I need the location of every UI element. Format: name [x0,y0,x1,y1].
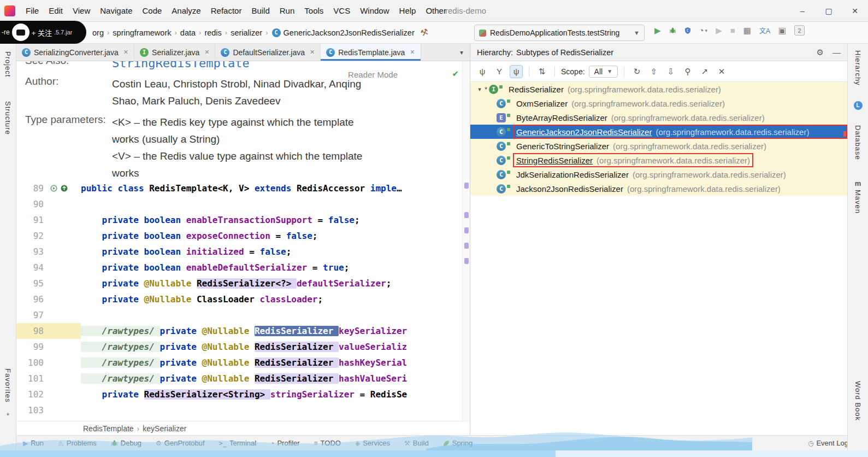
line-number[interactable]: 99 [16,339,44,355]
translate-icon[interactable]: 文A [759,26,770,35]
scope-select[interactable]: All▼ [589,66,618,78]
run-configuration-select[interactable]: RedisDemoApplicationTests.testString ▼ [474,25,645,41]
menu-item-vcs[interactable]: VCS [328,6,355,15]
line-number[interactable]: 102 [16,386,44,402]
line-number[interactable]: 91 [16,212,44,228]
line-number[interactable]: 92 [16,228,44,244]
refresh-icon[interactable]: ↻ [630,65,643,78]
hierarchy-node-jdkserializationredisserializer[interactable]: CJdkSerializationRedisSerializer(org.spr… [470,167,847,181]
menu-item-navigate[interactable]: Navigate [95,6,137,15]
tool-stripe-favorites[interactable]: Favorites [4,368,12,402]
menu-item-code[interactable]: Code [137,6,167,15]
statusbar-item-profiler[interactable]: ◔Profiler [270,439,299,447]
tool-stripe-structure[interactable]: Structure [4,101,12,135]
tab-serializer-java[interactable]: ISerializer.java✕ [134,44,215,61]
line-number[interactable]: 96 [16,291,44,307]
class-hierarchy-icon[interactable]: ψ [476,65,489,78]
line-number[interactable]: 97 [16,307,44,323]
close-tab-icon[interactable]: ✕ [410,49,415,56]
editor-breadcrumb-redistemplate[interactable]: RedisTemplate [83,424,134,433]
menu-item-help[interactable]: Help [394,6,421,15]
stop-icon[interactable]: ■ [730,26,735,35]
line-number[interactable]: 95 [16,276,44,291]
close-tab-icon[interactable]: ✕ [123,49,128,56]
hierarchy-node-jackson2jsonredisserializer[interactable]: CJackson2JsonRedisSerializer(org.springf… [470,181,847,196]
expand-chevron-icon[interactable]: ▾ [475,86,485,93]
coverage-icon[interactable]: C [684,27,691,34]
video-progress-bar[interactable] [0,450,868,457]
statusbar-item-services[interactable]: ◈Services [355,439,390,447]
editor[interactable]: See Also: StringRedisTemplate Author: Co… [16,61,462,421]
close-tab-icon[interactable]: ✕ [310,49,315,56]
hierarchy-node-oxmserializer[interactable]: COxmSerializer(org.springframework.data.… [470,96,847,110]
line-number[interactable]: 103 [16,402,44,418]
tab-list-chevron-icon[interactable]: ▾ [453,44,470,61]
statusbar-item-run[interactable]: ▶Run [23,439,44,447]
plugin-icon[interactable]: ▣ [778,26,786,36]
see-also-link[interactable]: StringRedisTemplate [112,61,369,72]
build-hammer-icon[interactable]: ⚒ [419,26,430,39]
statusbar-item-spring[interactable]: Spring [443,439,473,447]
close-tab-icon[interactable]: ✕ [204,49,209,56]
statusbar-item-build[interactable]: ⚒Build [404,439,429,447]
hierarchy-node-stringredisserializer[interactable]: CStringRedisSerializer(org.springframewo… [470,153,847,167]
breadcrumb-item-data[interactable]: data [180,28,196,37]
debug-icon[interactable] [669,27,676,34]
run-icon[interactable]: ▶ [654,26,661,36]
tool-stripe-maven[interactable]: Maven [854,190,862,214]
tool-stripe-project[interactable]: Project [4,51,12,77]
close-icon[interactable]: ✕ [715,65,728,78]
line-number[interactable]: 93 [16,244,44,260]
follow-button[interactable]: + 关注 [32,27,52,38]
menu-item-edit[interactable]: Edit [44,6,68,15]
editor-breadcrumb-keyserializer[interactable]: keySerializer [143,424,186,433]
breadcrumb-item-serializer[interactable]: serializer [231,28,262,37]
hierarchy-node-redisserializer[interactable]: ▾*IRedisSerializer(org.springframework.d… [470,82,847,96]
export-icon[interactable]: ↗ [698,65,711,78]
menu-item-analyze[interactable]: Analyze [167,6,205,15]
menu-item-window[interactable]: Window [355,6,394,15]
hierarchy-node-genericjackson2jsonredisserializer[interactable]: CGenericJackson2JsonRedisSerializer(org.… [470,125,847,139]
hierarchy-node-generictostringserializer[interactable]: CGenericToStringSerializer(org.springfra… [470,139,847,153]
gutter-impl-icon[interactable] [61,185,68,192]
menu-item-tools[interactable]: Tools [299,6,328,15]
line-number[interactable]: 90 [16,196,44,212]
statusbar-item-todo[interactable]: ≡TODO [314,439,341,447]
menu-item-refactor[interactable]: Refactor [206,6,247,15]
gear-icon[interactable]: ⚙ [817,48,824,57]
statusbar-item-terminal[interactable]: >_Terminal [219,439,257,447]
line-number[interactable]: 101 [16,371,44,386]
minimize-button[interactable]: – [789,0,816,21]
line-number[interactable]: 98 [16,323,44,339]
tab-serializingconverter-java[interactable]: CSerializingConverter.java✕ [16,44,134,61]
close-button[interactable]: ✕ [842,0,868,21]
statusbar-item-debug[interactable]: Debug [111,439,141,447]
gutter-run-icon[interactable] [50,185,57,192]
breadcrumb-item-redis[interactable]: redis [204,28,221,37]
line-number[interactable]: 89 [16,180,44,196]
tool-stripe-database[interactable]: Database [854,125,862,160]
breadcrumb-item-springframework[interactable]: springframework [113,28,171,37]
rerun-icon[interactable]: ▶ [716,26,722,36]
layout-icon[interactable]: ▦ [743,26,751,36]
subtypes-icon[interactable]: ψ [510,65,523,78]
inspections-ok-icon[interactable]: ✔ [452,69,459,79]
notifications-icon[interactable]: 2 [794,25,805,36]
menu-item-file[interactable]: File [21,6,44,15]
statusbar-item-genprotobuf[interactable]: ⚙GenProtobuf [156,439,204,447]
tab-redistemplate-java[interactable]: CRedisTemplate.java✕ [321,44,421,61]
breadcrumb-item-genericjackson2jsonredisserializer[interactable]: GenericJackson2JsonRedisSerializer [284,28,415,37]
hide-panel-icon[interactable]: — [832,48,841,57]
hierarchy-node-bytearrayredisserializer[interactable]: EByteArrayRedisSerializer(org.springfram… [470,110,847,125]
menu-item-run[interactable]: Run [275,6,300,15]
event-log-button[interactable]: ◷Event Log [808,439,848,447]
lu-plugin-icon[interactable]: L [854,101,863,110]
tool-stripe-hierarchy[interactable]: Hierarchy [854,50,862,86]
collapse-all-icon[interactable]: ⇩ [664,65,677,78]
menu-item-build[interactable]: Build [246,6,274,15]
tool-stripe-word-book[interactable]: Word Book [854,381,862,421]
statusbar-item-problems[interactable]: ⚠Problems [58,439,97,447]
sort-alpha-icon[interactable]: ⇅ [535,65,548,78]
tab-defaultserializer-java[interactable]: CDefaultSerializer.java✕ [215,44,321,61]
breadcrumb-item-org[interactable]: org [92,28,104,37]
